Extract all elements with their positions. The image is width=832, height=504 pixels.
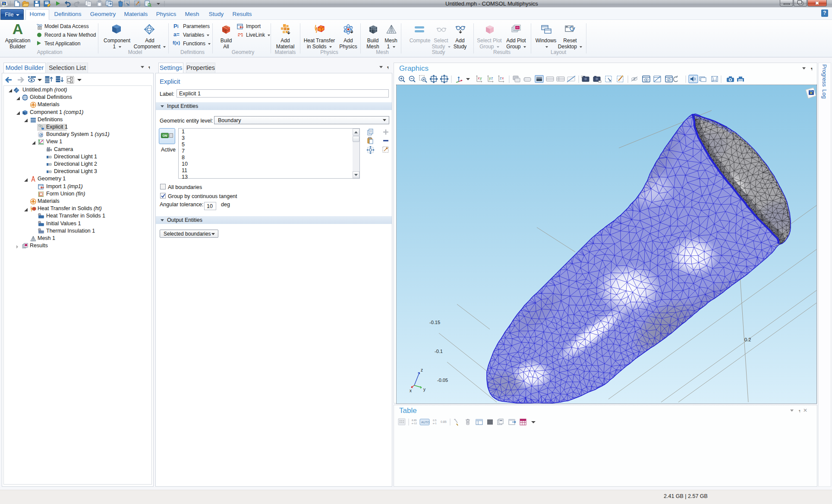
svg-text:8.85: 8.85 [412,419,417,422]
svg-text:z: z [491,76,493,80]
svg-text:e-12: e-12 [412,422,417,425]
svg-text:y: y [480,76,482,80]
svg-text:AUTO: AUTO [421,421,430,424]
svg-text:x: x [502,76,504,80]
svg-text:z: z [421,368,423,372]
svg-text:-0.05: -0.05 [437,378,448,383]
svg-text:-0.1: -0.1 [435,349,443,354]
svg-text:-0.15: -0.15 [429,320,440,325]
svg-text:0.2: 0.2 [744,337,751,342]
svg-text:y: y [423,387,425,392]
svg-text:0.85: 0.85 [441,420,447,423]
svg-text:0.5: 0.5 [433,419,437,422]
svg-text:x: x [410,388,412,393]
svg-text:e-1: e-1 [433,422,437,425]
